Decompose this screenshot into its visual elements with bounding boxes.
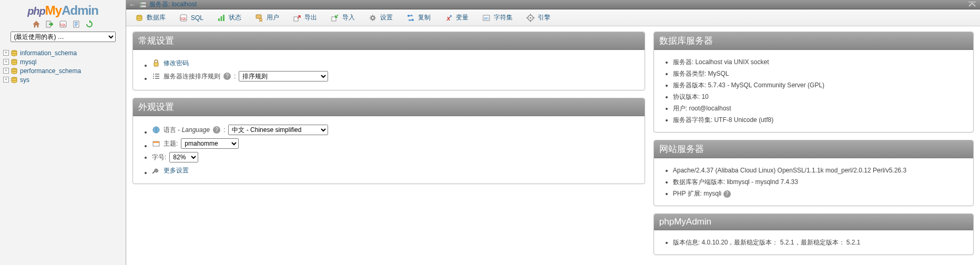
- fontsize-label: 字号:: [152, 152, 166, 162]
- info-item: 用户: root@localhost: [673, 104, 966, 113]
- info-item: Apache/2.4.37 (Alibaba Cloud Linux) Open…: [673, 166, 966, 175]
- tab-databases[interactable]: 数据库: [128, 9, 172, 26]
- wrench-icon: [152, 166, 160, 175]
- help-icon[interactable]: ?: [723, 190, 731, 198]
- charset-icon: [482, 14, 491, 22]
- tree-db-item[interactable]: + performance_schema: [1, 66, 126, 75]
- change-password-link[interactable]: 修改密码: [164, 58, 189, 68]
- info-item: 服务器字符集: UTF-8 Unicode (utf8): [673, 115, 966, 125]
- info-item: 协议版本: 10: [673, 92, 966, 101]
- collation-select[interactable]: 排序规则: [239, 71, 328, 81]
- collation-label: 服务器连接排序规则: [164, 72, 220, 81]
- tab-users[interactable]: 用户: [248, 9, 286, 26]
- db-name: performance_schema: [20, 67, 81, 75]
- more-settings-link[interactable]: 更多设置: [164, 166, 189, 175]
- info-item: 服务器: Localhost via UNIX socket: [673, 57, 966, 67]
- reload-icon[interactable]: [85, 20, 94, 28]
- tree-db-item[interactable]: + information_schema: [1, 48, 126, 57]
- db-name: mysql: [20, 58, 36, 66]
- db-name: sys: [20, 76, 29, 84]
- info-item: 服务器类型: MySQL: [673, 69, 966, 78]
- top-tabs: 数据库 SQL 状态 用户 导出 导入 设置 复制 变量 字符集 引擎: [126, 9, 980, 26]
- query-window-icon[interactable]: [59, 20, 67, 28]
- panel-title: phpMyAdmin: [654, 214, 973, 230]
- tree-db-item[interactable]: + mysql: [1, 57, 126, 66]
- users-icon: [255, 14, 263, 22]
- export-icon: [293, 14, 301, 22]
- list-icon: [152, 72, 160, 80]
- recent-tables-select[interactable]: (最近使用的表) …: [11, 32, 116, 42]
- expand-icon[interactable]: +: [3, 50, 9, 56]
- info-item: 版本信息: 4.0.10.20，最新稳定版本： 5.2.1，最新稳定版本： 5.…: [673, 238, 966, 247]
- collapse-topbar-icon[interactable]: [967, 1, 977, 8]
- tab-variables[interactable]: 变量: [437, 9, 475, 26]
- panel-title: 外观设置: [133, 98, 645, 116]
- phpmyadmin-panel: phpMyAdmin 版本信息: 4.0.10.20，最新稳定版本： 5.2.1…: [654, 213, 974, 255]
- tab-sql[interactable]: SQL: [172, 10, 210, 26]
- expand-icon[interactable]: +: [3, 68, 9, 74]
- engine-icon: [526, 14, 535, 22]
- tab-status[interactable]: 状态: [210, 9, 248, 26]
- tab-charsets[interactable]: 字符集: [475, 9, 519, 26]
- breadcrumb-bar: ← 服务器: localhost: [126, 0, 980, 9]
- database-server-panel: 数据库服务器 服务器: Localhost via UNIX socket 服务…: [654, 32, 974, 132]
- navigation-panel: phpMyAdmin (最近使用的表) … + information_sche…: [0, 0, 126, 265]
- database-tree: + information_schema + mysql + performan…: [0, 46, 126, 84]
- import-icon: [331, 14, 339, 22]
- replication-icon: [406, 14, 415, 22]
- db-name: information_schema: [20, 49, 77, 57]
- help-icon[interactable]: ?: [223, 73, 231, 80]
- logo: phpMyAdmin: [0, 0, 126, 19]
- tab-engines[interactable]: 引擎: [519, 9, 557, 26]
- variables-icon: [444, 14, 453, 22]
- theme-select[interactable]: pmahomme: [181, 138, 239, 149]
- expand-icon[interactable]: +: [3, 77, 9, 83]
- tab-import[interactable]: 导入: [324, 9, 362, 26]
- info-item: 数据库客户端版本: libmysql - mysqlnd 7.4.33: [673, 177, 966, 187]
- info-item: 服务器版本: 5.7.43 - MySQL Community Server (…: [673, 80, 966, 90]
- help-icon[interactable]: ?: [213, 126, 220, 134]
- database-icon: [135, 14, 144, 22]
- tab-replication[interactable]: 复制: [400, 9, 437, 26]
- general-settings-panel: 常规设置 修改密码: [132, 32, 645, 90]
- lock-icon: [152, 59, 160, 67]
- home-icon[interactable]: [32, 20, 40, 28]
- language-select[interactable]: 中文 - Chinese simplified: [228, 125, 328, 135]
- exit-icon[interactable]: [45, 20, 54, 28]
- docs-icon[interactable]: [72, 20, 80, 28]
- language-label: 语言 - Language: [164, 125, 210, 135]
- status-icon: [217, 14, 226, 22]
- server-breadcrumb[interactable]: 服务器: localhost: [149, 0, 197, 9]
- info-item: PHP 扩展: mysqli ?: [673, 189, 966, 198]
- database-icon: [10, 76, 18, 84]
- fontsize-select[interactable]: 82%: [169, 152, 198, 162]
- globe-icon: [152, 126, 160, 134]
- tab-settings[interactable]: 设置: [362, 9, 400, 26]
- appearance-settings-panel: 外观设置 语言 - Language ?: 中文 - Chinese simpl…: [132, 98, 645, 184]
- database-icon: [10, 49, 18, 57]
- theme-label: 主题:: [164, 139, 178, 148]
- theme-icon: [152, 139, 160, 148]
- sql-icon: [179, 14, 188, 22]
- panel-title: 常规设置: [133, 32, 645, 50]
- server-icon: [139, 1, 147, 9]
- tab-export[interactable]: 导出: [286, 9, 324, 26]
- panel-title: 网站服务器: [654, 140, 973, 158]
- tree-db-item[interactable]: + sys: [1, 75, 126, 84]
- gear-icon: [369, 14, 377, 22]
- expand-icon[interactable]: +: [3, 59, 9, 65]
- web-server-panel: 网站服务器 Apache/2.4.37 (Alibaba Cloud Linux…: [654, 140, 974, 206]
- database-icon: [10, 58, 18, 66]
- panel-title: 数据库服务器: [654, 32, 973, 50]
- database-icon: [10, 67, 18, 75]
- back-arrow-icon[interactable]: ←: [129, 1, 136, 8]
